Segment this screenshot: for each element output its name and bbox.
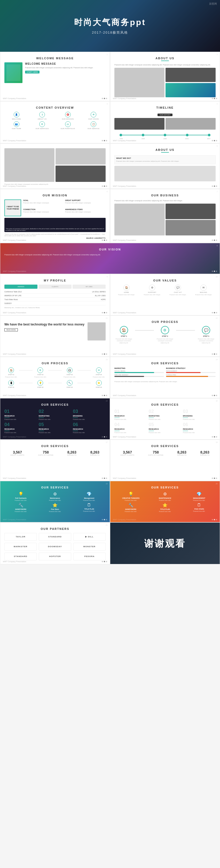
- cs-icon-5: ⭐: [38, 503, 71, 507]
- sn-num-d5: 05: [39, 422, 72, 427]
- page-num-14: 14: [216, 359, 218, 361]
- footer-dots-6: [212, 186, 217, 187]
- partner-name-3: ▶ DILL: [85, 535, 94, 538]
- cs-label-2: Maintenance: [38, 497, 71, 499]
- my-profile-slide: 9 MY PROFILE AWARDS CLIENTS MY JOBS Conf…: [0, 274, 110, 315]
- slide-footer-16: WWT Company Presentation: [0, 436, 110, 438]
- footer-company-10: WWT Company Presentation: [3, 312, 26, 314]
- cs-text-2: Praesent duis nibh.: [38, 500, 71, 501]
- profile-tab-jobs[interactable]: MY JOBS: [73, 285, 106, 289]
- stat-label-r3: PROJECTS: [177, 454, 186, 456]
- dot-6: [216, 98, 217, 99]
- co-icon-1: 👤: [14, 112, 20, 118]
- partner-item-8: HOPSTER: [39, 553, 71, 560]
- sn-num-d2: 02: [39, 409, 72, 414]
- tech-btn[interactable]: READ MORE: [4, 328, 18, 332]
- partner-item-6: MONSTER: [73, 543, 106, 551]
- partner-item-3: ▶ DILL: [73, 533, 106, 541]
- slide-footer-13: WWT Company Presentation: [110, 353, 220, 355]
- sn-text-l3: Praesent duis nibh.: [183, 418, 216, 421]
- proc-icon-3: 🎧: [67, 367, 73, 373]
- footer-company-15: WWT Company Presentation: [113, 395, 136, 396]
- proc-icon-8: ⭐: [96, 380, 102, 386]
- sn-title-l3: BRANDING: [183, 415, 216, 417]
- profile-label-1: Conference Table 2012: [4, 291, 22, 292]
- colorful-services-title: OUR SERVICES: [4, 486, 106, 489]
- mission-item-3: CONNECTION Praesent duis nibh integer co…: [23, 209, 64, 216]
- welcome-start-btn[interactable]: START HERE: [25, 71, 39, 73]
- dot-39: [216, 353, 217, 355]
- sn-text-d5: Praesent duis nibh.: [39, 432, 72, 434]
- sb-bar-fill-4: [166, 376, 208, 377]
- dot-45: [216, 395, 217, 396]
- timeline-bar-wrapper: 1991 1995 1999 2003 2007: [117, 135, 213, 140]
- wwd-title: WHAT WE DO?: [116, 157, 214, 159]
- co-label-1: WELCOME: [12, 118, 21, 120]
- footer-company-13: WWT Company Presentation: [113, 353, 136, 355]
- sb-bar-row-3: MANAGEMENT: [166, 370, 216, 373]
- co-label-7: OUR PORTFOLIO: [61, 128, 75, 129]
- sn-num-l3: 03: [183, 409, 216, 414]
- sn-line-d6: [73, 431, 78, 431]
- sb-bar-label-3: MANAGEMENT: [166, 370, 216, 372]
- slide-footer-20: WWT Company Presentation: [0, 519, 110, 521]
- proc-line-5: [48, 383, 62, 383]
- sb-bar-track-1: [114, 372, 164, 373]
- proc-label-3: STEP 03: [67, 374, 73, 375]
- about-us-slide-2: 5 ABOUT US WHAT WE DO? Praesent duis nib…: [110, 143, 220, 189]
- dot-64: [102, 561, 103, 562]
- page-num-12: 12: [216, 317, 218, 319]
- sn-text-d6: Praesent duis nibh.: [73, 432, 106, 434]
- co-item-3: 🎯 OUR MISSION: [56, 112, 80, 120]
- our-partners-slide: 21 OUR PARTNERS TAYLOR STANDARD ▶ DILL M…: [0, 522, 110, 564]
- cs-item-4: 🔧 HANDYWORK Praesent duis nibh.: [4, 503, 37, 513]
- tech-slide: 11 We have the best technology the world…: [0, 315, 110, 357]
- slide-footer-3: WWT Company Presentation: [0, 140, 110, 142]
- timeline-imgs: [114, 118, 216, 130]
- stat-num-l1: 3,567: [10, 450, 25, 454]
- sn-item-d4: 04 RESEARCH Praesent duis nibh.: [4, 422, 37, 434]
- sn-num-l5: 05: [149, 422, 182, 427]
- os-label-5: TITLE PLAN: [148, 508, 181, 510]
- welcome-main-title: WELCOME MESSAGE: [25, 62, 106, 65]
- timeline-title: TIMELINE: [114, 106, 216, 109]
- profile-extra: Marketing 4d+, Creative Lion LLC, Awesom…: [4, 307, 106, 308]
- dot-27: [216, 271, 217, 272]
- tl-year-2: 1995: [142, 138, 145, 140]
- sn-text-d2: Praesent duis nibh.: [39, 418, 72, 421]
- page-num-2: 2: [217, 54, 218, 55]
- sn-line-l5: [149, 431, 154, 431]
- sn-item-l2: 02 MARKETING Praesent duis nibh.: [149, 409, 182, 421]
- proc-line-3: [77, 370, 91, 371]
- p3-item-2: ⚙ STEP 2 Praesent duis nibh integer cons…: [155, 326, 175, 344]
- os-text-4: Praesent duis nibh.: [114, 511, 147, 513]
- dot-21: [106, 240, 107, 241]
- our-values-title: OUR VALUES: [114, 279, 216, 282]
- dot-17: [214, 186, 215, 187]
- sn-num-d3: 03: [73, 409, 106, 414]
- mission-item-text-3: Praesent duis nibh integer consequat.: [23, 211, 64, 213]
- slide-footer-10: WWT Company Presentation: [0, 312, 110, 314]
- tp-3: [164, 134, 166, 136]
- os-item-1: 💡 CREATIVE THINKERS Praesent duis nibh.: [114, 492, 147, 501]
- tp-4: [186, 134, 188, 136]
- footer-company-16: WWT Company Presentation: [3, 436, 26, 438]
- timeline-btn[interactable]: OUR HISTORY: [157, 114, 172, 116]
- timeline-img-1: [114, 118, 164, 130]
- cont-img-3: [56, 165, 106, 182]
- sb-bar-label-4: CONSULTING: [166, 374, 216, 376]
- stat-label-l3: PROJECTS: [67, 454, 76, 456]
- cs-icon-6: 🗒: [73, 503, 106, 507]
- profile-rows: Conference Table 2012 LA SOUL SERIES AWA…: [4, 291, 106, 305]
- dot-9: [106, 140, 107, 141]
- stat-label-r4: PROJECTS: [200, 454, 210, 456]
- proc-line-1: [19, 370, 33, 371]
- sb-bar-row-4: CONSULTING: [166, 374, 216, 377]
- slide-footer-18: WWT Company Presentation: [0, 477, 110, 479]
- co-item-2: ℹ ABOUT US: [30, 112, 54, 120]
- profile-tab-awards[interactable]: AWARDS: [4, 285, 37, 289]
- slide-row-1: 1 WELCOME MESSAGE WELCOME MESSAGE Praese…: [0, 52, 220, 101]
- dot-44: [214, 395, 215, 396]
- profile-row-2: AWARDS OF MY LIFE ALL MY JOBS: [4, 295, 106, 298]
- profile-tab-clients[interactable]: CLIENTS: [38, 285, 72, 289]
